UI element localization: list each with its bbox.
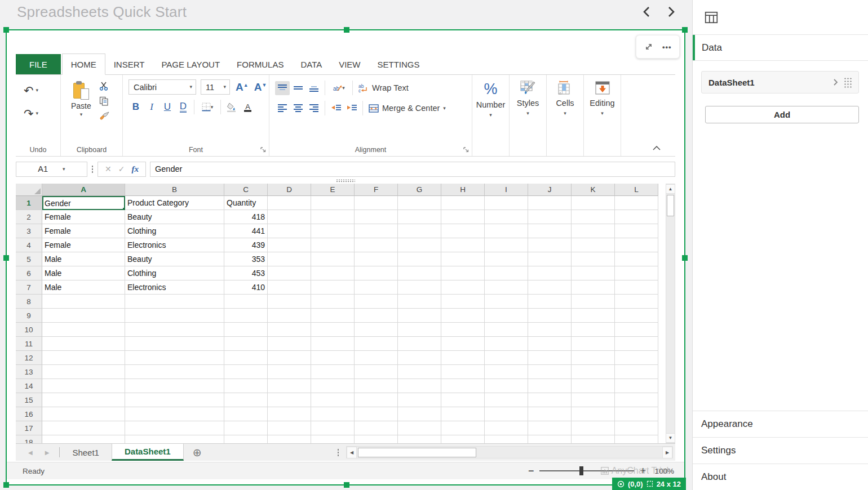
cell-K12[interactable] — [572, 351, 615, 365]
cell-L14[interactable] — [615, 379, 658, 393]
cell-C13[interactable] — [224, 365, 268, 379]
cell-C18[interactable] — [224, 435, 268, 443]
increase-font-size-button[interactable]: A▲ — [234, 81, 252, 93]
column-header-D[interactable]: D — [268, 184, 311, 196]
cell-F5[interactable] — [355, 252, 398, 266]
cell-E13[interactable] — [311, 365, 355, 379]
cell-L6[interactable] — [615, 266, 658, 280]
column-header-J[interactable]: J — [528, 184, 572, 196]
underline-button[interactable]: U — [160, 100, 175, 114]
more-options-icon[interactable]: ••• — [661, 41, 673, 53]
sheet-tab-sheet1[interactable]: Sheet1 — [60, 444, 112, 461]
cell-G9[interactable] — [398, 309, 441, 323]
cell-D8[interactable] — [268, 295, 311, 309]
spreadsheet-widget[interactable]: (0,0) 24 x 12 ••• FILE HOME INSERT PAGE … — [6, 29, 685, 485]
cell-J3[interactable] — [528, 224, 572, 238]
cell-A10[interactable] — [42, 323, 125, 337]
resize-handle-bottom-middle[interactable] — [344, 482, 349, 488]
cell-L1[interactable] — [615, 196, 658, 210]
prev-arrow-icon[interactable] — [641, 6, 652, 18]
redo-dropdown-icon[interactable]: ▾ — [36, 111, 39, 116]
tab-home[interactable]: HOME — [62, 54, 105, 75]
tab-page-layout[interactable]: PAGE LAYOUT — [153, 54, 228, 74]
column-header-C[interactable]: C — [224, 184, 268, 196]
cell-A13[interactable] — [42, 365, 125, 379]
cell-C10[interactable] — [224, 323, 268, 337]
row-header-4[interactable]: 4 — [16, 238, 42, 252]
copy-button[interactable] — [98, 95, 110, 107]
cell-B8[interactable] — [125, 295, 224, 309]
cell-I9[interactable] — [485, 309, 528, 323]
cell-J16[interactable] — [528, 407, 572, 421]
paste-button[interactable]: Paste ▾ — [67, 79, 96, 121]
cell-J14[interactable] — [528, 379, 572, 393]
cell-E17[interactable] — [311, 421, 355, 435]
row-header-16[interactable]: 16 — [16, 407, 42, 421]
ribbon-group-editing[interactable]: Editing ▾ — [584, 75, 621, 156]
cell-H17[interactable] — [441, 421, 485, 435]
datasheet-card[interactable]: DataSheet1 — [701, 71, 859, 93]
cell-E7[interactable] — [311, 280, 355, 295]
row-header-2[interactable]: 2 — [16, 210, 42, 224]
cell-I17[interactable] — [485, 421, 528, 435]
cell-A5[interactable]: Male — [42, 252, 125, 266]
cell-A11[interactable] — [42, 337, 125, 351]
cell-I15[interactable] — [485, 393, 528, 407]
cell-B1[interactable]: Product Category — [125, 196, 224, 210]
resize-handle-top-right[interactable] — [682, 27, 688, 33]
tab-view[interactable]: VIEW — [330, 54, 369, 74]
cell-D14[interactable] — [268, 379, 311, 393]
paste-dropdown-icon[interactable]: ▾ — [80, 112, 83, 117]
row-header-12[interactable]: 12 — [16, 351, 42, 365]
cell-H2[interactable] — [441, 210, 485, 224]
cell-J12[interactable] — [528, 351, 572, 365]
column-header-K[interactable]: K — [572, 184, 615, 196]
cell-I14[interactable] — [485, 379, 528, 393]
row-header-5[interactable]: 5 — [16, 252, 42, 266]
cell-B15[interactable] — [125, 393, 224, 407]
cell-E11[interactable] — [311, 337, 355, 351]
cell-H9[interactable] — [441, 309, 485, 323]
cell-D12[interactable] — [268, 351, 311, 365]
sidebar-section-data[interactable]: Data — [693, 35, 868, 61]
align-left-button[interactable] — [275, 101, 290, 115]
cell-F14[interactable] — [355, 379, 398, 393]
cell-G14[interactable] — [398, 379, 441, 393]
cell-E4[interactable] — [311, 238, 355, 252]
double-underline-button[interactable]: D — [176, 100, 191, 114]
cell-F12[interactable] — [355, 351, 398, 365]
select-all-corner[interactable] — [16, 184, 42, 196]
cell-G11[interactable] — [398, 337, 441, 351]
ribbon-group-styles[interactable]: Styles ▾ — [510, 75, 547, 156]
cell-G10[interactable] — [398, 323, 441, 337]
cell-I10[interactable] — [485, 323, 528, 337]
cell-A3[interactable]: Female — [42, 224, 125, 238]
cell-A2[interactable]: Female — [42, 210, 125, 224]
tab-formulas[interactable]: FORMULAS — [228, 54, 292, 74]
cell-A4[interactable]: Female — [42, 238, 125, 252]
zoom-slider-thumb[interactable] — [579, 466, 583, 475]
sidebar-section-settings[interactable]: Settings — [693, 437, 868, 464]
cell-F17[interactable] — [355, 421, 398, 435]
resize-handle-middle-left[interactable] — [3, 255, 9, 261]
cell-L2[interactable] — [615, 210, 658, 224]
cut-button[interactable] — [98, 81, 110, 92]
cell-A15[interactable] — [42, 393, 125, 407]
align-bottom-button[interactable] — [307, 81, 321, 95]
cell-K1[interactable] — [572, 196, 615, 210]
column-header-B[interactable]: B — [125, 184, 224, 196]
cell-H3[interactable] — [441, 224, 485, 238]
zoom-out-icon[interactable]: − — [528, 466, 534, 476]
cell-B7[interactable]: Electronics — [125, 280, 224, 295]
cell-C9[interactable] — [224, 309, 268, 323]
horizontal-scrollbar[interactable]: ◀ ▶ — [346, 446, 673, 458]
orientation-button[interactable]: ab ▾ — [329, 81, 349, 95]
sheetbar-grip-icon[interactable] — [337, 448, 339, 457]
row-header-15[interactable]: 15 — [16, 393, 42, 407]
ribbon-group-cells[interactable]: Cells ▾ — [547, 75, 584, 156]
align-middle-button[interactable] — [291, 81, 305, 95]
row-header-18[interactable]: 18 — [16, 435, 42, 443]
cell-D1[interactable] — [268, 196, 311, 210]
font-dialog-launcher-icon[interactable] — [260, 147, 266, 153]
cell-K9[interactable] — [572, 309, 615, 323]
